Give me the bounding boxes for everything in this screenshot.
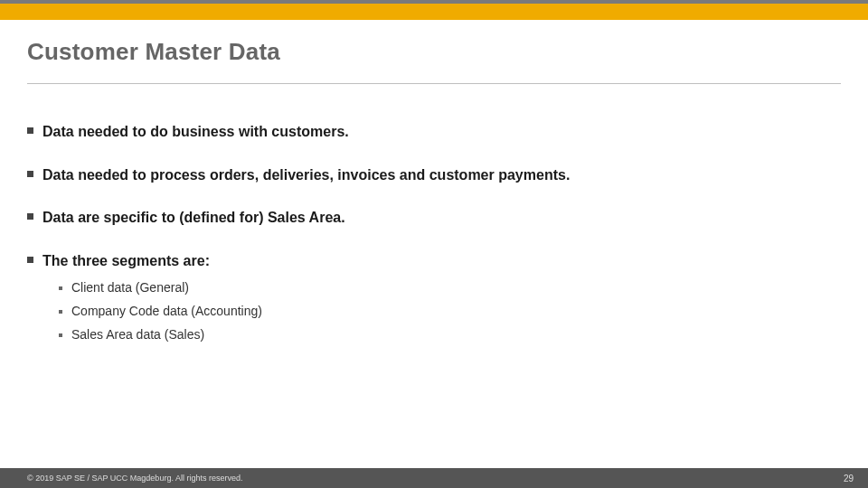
- square-bullet-icon: [27, 171, 33, 177]
- bullet-item: Data needed to process orders, deliverie…: [27, 165, 841, 185]
- square-bullet-icon: [27, 257, 33, 263]
- top-thin-bar: [0, 0, 868, 4]
- page-number: 29: [844, 474, 854, 483]
- sub-list: Client data (General) Company Code data …: [59, 279, 841, 343]
- title-divider: [27, 83, 841, 84]
- sub-text: Sales Area data (Sales): [71, 326, 204, 344]
- dot-bullet-icon: [59, 333, 62, 337]
- footer-bar: © 2019 SAP SE / SAP UCC Magdeburg. All r…: [0, 468, 868, 488]
- content-area: Data needed to do business with customer…: [27, 122, 841, 349]
- bullet-item: Data needed to do business with customer…: [27, 122, 841, 142]
- bullet-text: Data needed to do business with customer…: [42, 122, 349, 142]
- dot-bullet-icon: [59, 286, 62, 290]
- sub-text: Client data (General): [71, 279, 189, 297]
- sub-item: Company Code data (Accounting): [59, 303, 841, 321]
- sub-item: Client data (General): [59, 279, 841, 297]
- bullet-text: The three segments are:: [42, 251, 841, 271]
- bullet-text: Data needed to process orders, deliverie…: [42, 165, 570, 185]
- square-bullet-icon: [27, 213, 33, 220]
- bullet-text: Data are specific to (defined for) Sales…: [42, 208, 345, 228]
- slide: Customer Master Data Data needed to do b…: [0, 0, 868, 488]
- dot-bullet-icon: [59, 310, 62, 314]
- square-bullet-icon: [27, 127, 33, 134]
- slide-title: Customer Master Data: [27, 38, 280, 66]
- copyright-text: © 2019 SAP SE / SAP UCC Magdeburg. All r…: [27, 474, 242, 483]
- bullet-item: The three segments are: Client data (Gen…: [27, 251, 841, 349]
- bullet-item: Data are specific to (defined for) Sales…: [27, 208, 841, 228]
- sub-text: Company Code data (Accounting): [71, 303, 262, 321]
- sub-item: Sales Area data (Sales): [59, 326, 841, 344]
